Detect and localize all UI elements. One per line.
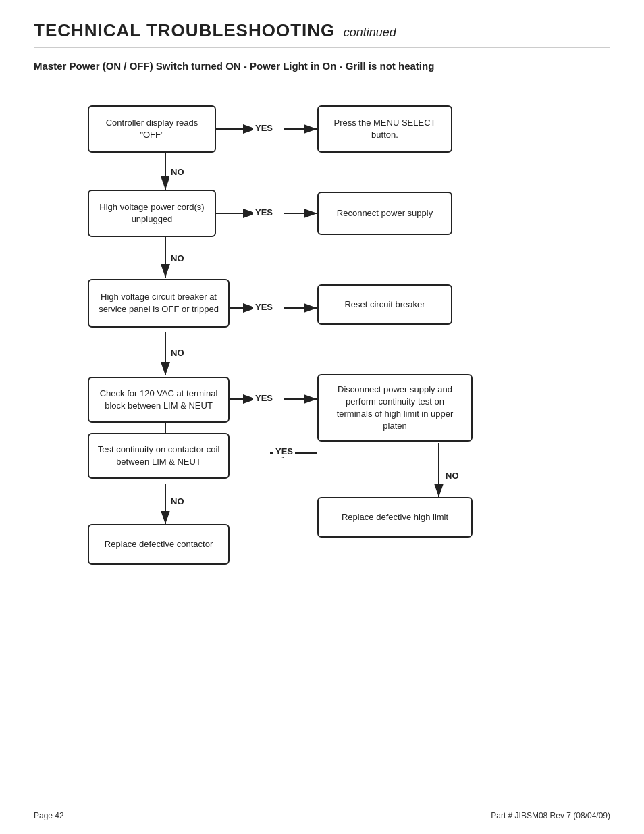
box-disconnect-power: Disconnect power supply and perform cont… xyxy=(317,374,473,442)
box-circuit-breaker: High voltage circuit breaker at service … xyxy=(88,279,230,328)
no-label-1: NO xyxy=(169,166,186,178)
box-reset-breaker: Reset circuit breaker xyxy=(317,284,452,325)
yes-label-1: YES xyxy=(253,122,275,134)
no-label-4: NO xyxy=(444,470,461,481)
yes-label-5: YES xyxy=(273,446,295,457)
no-label-3: NO xyxy=(169,347,186,359)
box-check-120vac: Check for 120 VAC at terminal block betw… xyxy=(88,377,230,423)
section-title: Master Power (ON / OFF) Switch turned ON… xyxy=(34,60,610,72)
page-container: TECHNICAL TROUBLESHOOTING continued Mast… xyxy=(0,0,644,720)
no-label-5: NO xyxy=(169,496,186,507)
yes-label-2: YES xyxy=(253,207,275,218)
box-controller-display: Controller display reads "OFF" xyxy=(88,105,216,153)
page-header: TECHNICAL TROUBLESHOOTING continued xyxy=(34,20,610,48)
page-title: TECHNICAL TROUBLESHOOTING xyxy=(34,20,335,41)
box-replace-contactor: Replace defective contactor xyxy=(88,524,230,565)
page-footer: Page 42 Part # JIBSM08 Rev 7 (08/04/09) xyxy=(34,811,610,820)
yes-label-3: YES xyxy=(253,301,275,313)
no-label-2: NO xyxy=(169,253,186,264)
page-subtitle: continued xyxy=(344,26,396,39)
box-press-menu: Press the MENU SELECT button. xyxy=(317,105,452,153)
yes-label-4: YES xyxy=(253,392,275,404)
footer-right: Part # JIBSM08 Rev 7 (08/04/09) xyxy=(491,811,610,820)
footer-left: Page 42 xyxy=(34,811,64,820)
box-replace-high-limit: Replace defective high limit xyxy=(317,497,473,538)
box-reconnect: Reconnect power supply xyxy=(317,192,452,235)
box-hv-cord: High voltage power cord(s) unplugged xyxy=(88,190,216,237)
box-test-continuity: Test continuity on contactor coil betwee… xyxy=(88,433,230,479)
flowchart: Controller display reads "OFF" YES Press… xyxy=(34,85,610,693)
